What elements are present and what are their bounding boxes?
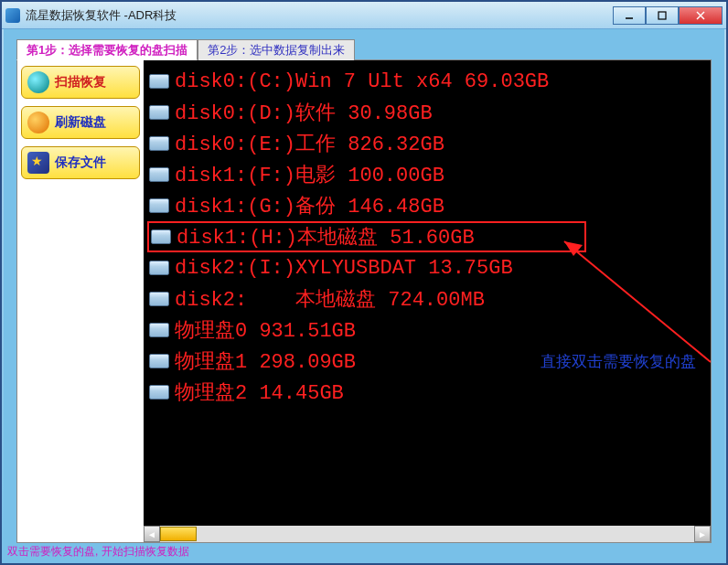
sidebar: 扫描恢复 刷新磁盘 保存文件 <box>17 60 144 542</box>
disk-text: disk2: 本地磁盘 724.00MB <box>175 285 485 313</box>
disk-text: 物理盘1 298.09GB <box>175 347 356 375</box>
scroll-right-button[interactable]: ► <box>694 526 711 542</box>
disk-text: disk0:(C:)Win 7 Ult x64 69.03GB <box>175 70 549 93</box>
disk-row[interactable]: disk1:(H:)本地磁盘 51.60GB <box>147 221 586 252</box>
drive-icon <box>149 136 169 151</box>
drive-icon <box>149 323 169 337</box>
disk-row[interactable]: disk2: 本地磁盘 724.00MB <box>147 283 711 314</box>
disk-text: disk1:(H:)本地磁盘 51.60GB <box>177 223 475 251</box>
disk-row[interactable]: disk1:(G:)备份 146.48GB <box>147 190 711 221</box>
scan-icon <box>27 71 49 93</box>
save-icon <box>27 152 49 174</box>
maximize-icon <box>658 11 667 20</box>
disk-text: disk0:(E:)工作 826.32GB <box>175 130 444 157</box>
close-button[interactable] <box>679 6 723 25</box>
scan-label: 扫描恢复 <box>55 74 106 91</box>
app-icon <box>5 8 20 23</box>
drive-icon <box>149 292 169 306</box>
drive-icon <box>149 354 169 368</box>
disk-list-panel: disk0:(C:)Win 7 Ult x64 69.03GBdisk0:(D:… <box>144 60 711 542</box>
horizontal-scrollbar[interactable]: ◄ ► <box>144 526 711 542</box>
disk-text: 物理盘0 931.51GB <box>175 316 356 344</box>
refresh-label: 刷新磁盘 <box>55 114 106 131</box>
window-controls <box>613 6 723 25</box>
refresh-icon <box>27 112 49 133</box>
disk-row[interactable]: 物理盘0 931.51GB <box>147 314 711 346</box>
drive-icon <box>149 198 169 213</box>
disk-text: disk1:(G:)备份 146.48GB <box>175 192 444 219</box>
step-tabs: 第1步：选择需要恢复的盘扫描 第2步：选中数据复制出来 <box>16 38 712 60</box>
main-area: 扫描恢复 刷新磁盘 保存文件 disk0:(C:)Win 7 Ult x64 6… <box>16 60 712 543</box>
titlebar: 流星数据恢复软件 -ADR科技 <box>2 2 726 29</box>
refresh-disk-button[interactable]: 刷新磁盘 <box>21 106 140 139</box>
save-label: 保存文件 <box>55 155 106 171</box>
disk-row[interactable]: disk2:(I:)XYLYUSBDAT 13.75GB <box>147 252 711 283</box>
drive-icon <box>149 74 169 89</box>
disk-text: 物理盘2 14.45GB <box>175 378 344 406</box>
disk-row[interactable]: disk0:(C:)Win 7 Ult x64 69.03GB <box>147 66 711 97</box>
drive-icon <box>149 167 169 182</box>
svg-rect-1 <box>658 12 666 19</box>
disk-text: disk2:(I:)XYLYUSBDAT 13.75GB <box>175 257 513 280</box>
drive-icon <box>149 261 169 275</box>
minimize-button[interactable] <box>613 6 646 25</box>
scroll-thumb[interactable] <box>160 527 197 541</box>
disk-row[interactable]: disk1:(F:)电影 100.00GB <box>147 159 711 190</box>
save-file-button[interactable]: 保存文件 <box>21 146 140 179</box>
tab-step2[interactable]: 第2步：选中数据复制出来 <box>198 39 355 60</box>
close-icon <box>696 11 705 20</box>
maximize-button[interactable] <box>646 6 679 25</box>
disk-row[interactable]: disk0:(D:)软件 30.98GB <box>147 97 711 128</box>
disk-text: disk1:(F:)电影 100.00GB <box>175 161 444 188</box>
client-area: 第1步：选择需要恢复的盘扫描 第2步：选中数据复制出来 扫描恢复 刷新磁盘 保存… <box>4 29 724 561</box>
annotation-text: 直接双击需要恢复的盘 <box>541 351 696 372</box>
app-window: 流星数据恢复软件 -ADR科技 第1步：选择需要恢复的盘扫描 第2步：选中数据复… <box>0 0 728 565</box>
status-bar: 双击需要恢复的盘, 开始扫描恢复数据 <box>7 544 189 560</box>
drive-icon <box>149 385 169 400</box>
minimize-icon <box>625 11 634 20</box>
disk-row[interactable]: 物理盘2 14.45GB <box>147 377 711 408</box>
drive-icon <box>149 105 169 120</box>
disk-row[interactable]: disk0:(E:)工作 826.32GB <box>147 128 711 159</box>
disk-text: disk0:(D:)软件 30.98GB <box>175 99 433 126</box>
window-title: 流星数据恢复软件 -ADR科技 <box>26 7 613 24</box>
scan-recover-button[interactable]: 扫描恢复 <box>21 66 140 99</box>
tab-step1[interactable]: 第1步：选择需要恢复的盘扫描 <box>16 39 198 60</box>
drive-icon <box>151 229 171 244</box>
scroll-left-button[interactable]: ◄ <box>144 526 160 542</box>
